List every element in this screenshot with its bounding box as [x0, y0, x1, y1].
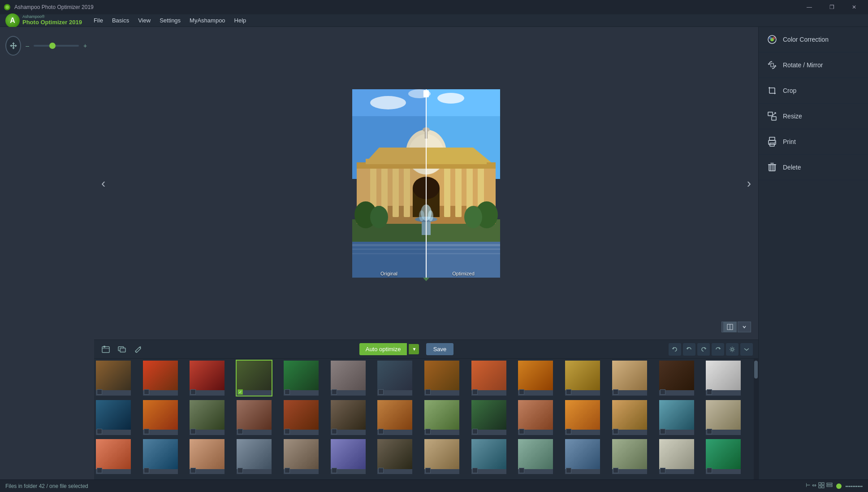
thumbnail-checkbox[interactable]: [97, 429, 102, 434]
list-item[interactable]: [518, 361, 553, 396]
thumbnail-checkbox[interactable]: [144, 468, 149, 473]
list-item[interactable]: [518, 400, 553, 435]
thumbnail-checkbox[interactable]: [519, 389, 524, 395]
scrollbar-thumb[interactable]: [754, 361, 758, 379]
thumbnail-checkbox[interactable]: [378, 468, 384, 473]
list-item[interactable]: [424, 439, 459, 474]
list-item[interactable]: [659, 439, 694, 474]
zoom-slider[interactable]: [34, 45, 79, 47]
thumbnail-checkbox[interactable]: [566, 429, 571, 434]
zoom-minus-button[interactable]: –: [24, 42, 31, 49]
thumbnail-checkbox[interactable]: [472, 468, 478, 473]
list-item[interactable]: [659, 361, 694, 396]
undo-button[interactable]: [669, 343, 681, 356]
list-item[interactable]: [518, 439, 553, 474]
list-item[interactable]: [706, 361, 741, 396]
thumbnail-checkbox[interactable]: [97, 389, 102, 395]
menu-file[interactable]: File: [89, 14, 108, 27]
thumbnail-checkbox[interactable]: [519, 468, 524, 473]
list-item[interactable]: [284, 400, 319, 435]
thumbnail-checkbox[interactable]: [613, 389, 618, 395]
menu-settings[interactable]: Settings: [155, 14, 185, 27]
thumbnail-checkbox[interactable]: [707, 468, 712, 473]
thumbnail-checkbox[interactable]: [378, 429, 384, 434]
list-item[interactable]: [190, 361, 225, 396]
menu-help[interactable]: Help: [230, 14, 251, 27]
thumbnail-checkbox[interactable]: [519, 429, 524, 434]
split-view-button[interactable]: [723, 322, 737, 332]
auto-optimize-dropdown[interactable]: ▼: [409, 344, 419, 354]
panel-resize[interactable]: Resize: [759, 104, 868, 129]
list-item[interactable]: [612, 361, 647, 396]
list-item[interactable]: [96, 400, 131, 435]
thumbnail-checkbox[interactable]: [566, 468, 571, 473]
list-item[interactable]: [331, 439, 366, 474]
list-item[interactable]: [377, 439, 412, 474]
list-item[interactable]: [706, 400, 741, 435]
list-item[interactable]: [237, 400, 272, 435]
list-item[interactable]: [331, 400, 366, 435]
list-item[interactable]: [471, 439, 506, 474]
close-button[interactable]: ✕: [844, 0, 864, 14]
thumbnail-checkbox[interactable]: [425, 389, 431, 395]
list-item[interactable]: [284, 361, 319, 396]
list-item[interactable]: [143, 400, 178, 435]
thumbnail-checkbox[interactable]: [613, 429, 618, 434]
thumbnail-checkbox[interactable]: [332, 389, 337, 395]
prev-image-button[interactable]: ‹: [98, 173, 109, 194]
redo2-button[interactable]: [712, 343, 724, 356]
list-item[interactable]: [143, 439, 178, 474]
thumbnail-checkbox[interactable]: [425, 468, 431, 473]
more-button[interactable]: [740, 343, 753, 356]
thumbnail-checkbox[interactable]: [425, 429, 431, 434]
thumbnail-checkbox[interactable]: [566, 389, 571, 395]
list-item[interactable]: [565, 400, 600, 435]
thumbnail-checkbox[interactable]: [332, 429, 337, 434]
thumbnail-checkbox[interactable]: [378, 389, 384, 395]
open-file-button[interactable]: [99, 343, 112, 356]
list-item[interactable]: [96, 439, 131, 474]
menu-myashampoo[interactable]: MyAshampoo: [185, 14, 229, 27]
thumbnail-checkbox[interactable]: [660, 429, 665, 434]
thumbnail-checkbox[interactable]: [472, 429, 478, 434]
thumbnails-scrollbar[interactable]: [754, 359, 758, 479]
thumbnail-checkbox[interactable]: [285, 468, 290, 473]
settings-tool-button[interactable]: [726, 343, 738, 356]
auto-optimize-button[interactable]: Auto optimize: [359, 343, 407, 355]
thumbnail-checkbox[interactable]: [190, 389, 196, 395]
thumbnail-checkbox[interactable]: [144, 389, 149, 395]
list-item[interactable]: [612, 439, 647, 474]
thumbnail-checkbox[interactable]: [707, 389, 712, 395]
thumbnail-checkbox[interactable]: [285, 389, 290, 395]
thumbnail-checkbox[interactable]: [238, 429, 243, 434]
list-item[interactable]: [143, 361, 178, 396]
next-image-button[interactable]: ›: [743, 173, 755, 194]
zoom-plus-button[interactable]: +: [82, 42, 89, 49]
save-button[interactable]: Save: [426, 343, 454, 355]
thumbnail-checkbox[interactable]: [190, 468, 196, 473]
thumbnail-checkbox[interactable]: [190, 429, 196, 434]
thumbnail-checkbox[interactable]: [707, 429, 712, 434]
batch-button[interactable]: [116, 343, 128, 356]
minimize-button[interactable]: —: [799, 0, 820, 14]
pan-control[interactable]: [5, 36, 21, 56]
menu-basics[interactable]: Basics: [108, 14, 134, 27]
panel-print[interactable]: Print: [759, 129, 868, 155]
list-item[interactable]: [659, 400, 694, 435]
undo2-button[interactable]: [683, 343, 695, 356]
list-item[interactable]: [237, 439, 272, 474]
list-item[interactable]: [377, 400, 412, 435]
list-item[interactable]: [471, 400, 506, 435]
thumbnail-checkbox[interactable]: ✓: [238, 389, 243, 395]
list-item[interactable]: [377, 361, 412, 396]
single-view-button[interactable]: [738, 322, 751, 332]
list-item[interactable]: [284, 439, 319, 474]
list-item[interactable]: ✓: [237, 361, 272, 396]
thumbnail-checkbox[interactable]: [144, 429, 149, 434]
thumbnail-checkbox[interactable]: [613, 468, 618, 473]
thumbnail-checkbox[interactable]: [660, 389, 665, 395]
list-item[interactable]: [190, 439, 225, 474]
list-item[interactable]: [190, 400, 225, 435]
list-item[interactable]: [612, 400, 647, 435]
list-item[interactable]: [471, 361, 506, 396]
